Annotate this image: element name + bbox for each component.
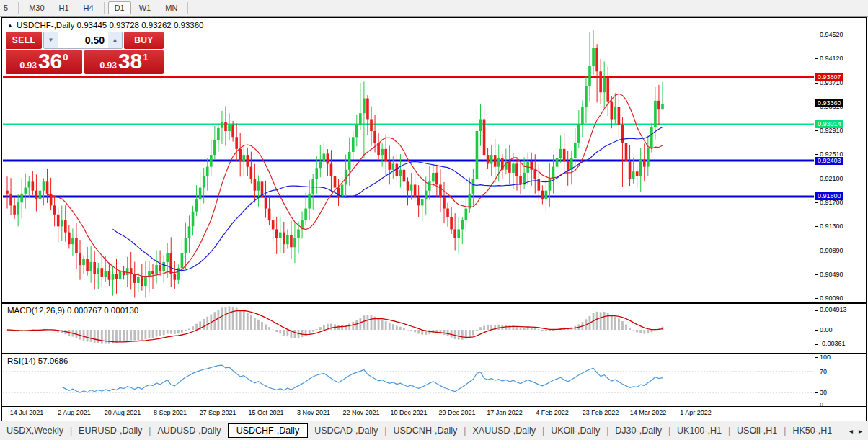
date-tick-label: 23 Feb 2022 — [583, 409, 619, 416]
chart-tab-usdx-weekly[interactable]: USDX,Weekly — [0, 424, 70, 437]
toolbar-separator — [187, 2, 188, 14]
timeframe-button-h4[interactable]: H4 — [77, 1, 100, 14]
price-tick-mark — [815, 226, 818, 227]
date-tick-label: 2 Aug 2021 — [58, 409, 91, 416]
price-level-marker: 0.93807 — [815, 73, 843, 81]
date-tick-label: 3 Nov 2021 — [297, 409, 330, 416]
chart-tab-bar: USDX,Weekly|EURUSD-,Daily|AUDUSD-,DailyU… — [0, 421, 868, 440]
buy-button[interactable]: BUY — [124, 32, 164, 49]
tab-scroll-right-icon[interactable]: ▸ — [859, 427, 862, 435]
sell-button[interactable]: SELL — [6, 32, 42, 49]
chart-tab-usdcnh-daily[interactable]: USDCNH-,Daily — [386, 424, 464, 437]
chart-header: ▲ USDCHF-,Daily 0.93445 0.93728 0.93262 … — [7, 21, 203, 30]
buy-price-prefix: 0.93 — [100, 60, 117, 71]
rsi-indicator-canvas[interactable] — [2, 355, 815, 406]
rsi-tick-mark — [815, 357, 818, 358]
rsi-label: RSI(14) 57.0686 — [7, 356, 68, 365]
rsi-tick-label: 70 — [820, 369, 827, 375]
chart-tab-ukoil-daily[interactable]: UKOil-,Daily — [544, 424, 606, 437]
timeframe-button-h1[interactable]: H1 — [53, 1, 76, 14]
price-tick-mark — [815, 58, 818, 59]
buy-price-big: 38 — [118, 50, 142, 72]
price-tick-mark — [815, 154, 818, 155]
macd-tick-label: 0.004913 — [820, 307, 847, 313]
price-tick-label: 0.94120 — [820, 55, 843, 62]
price-level-marker: 0.92403 — [815, 157, 843, 165]
rsi-tick-mark — [815, 372, 818, 372]
rsi-tick-mark — [815, 392, 818, 393]
date-tick-label: 17 Jan 2022 — [487, 409, 523, 416]
macd-tick-mark — [815, 330, 818, 331]
date-tick-label: 8 Sep 2021 — [154, 409, 187, 416]
price-tick-mark — [815, 274, 818, 275]
date-tick-label: 4 Feb 2022 — [536, 409, 569, 416]
date-tick-label: 15 Oct 2021 — [248, 409, 283, 416]
toolbar-separator — [104, 2, 105, 14]
chart-tab-usoil-h1[interactable]: USOil-,H1 — [730, 424, 784, 437]
one-click-trade-panel: SELL ▼ ▲ BUY 0.93 36 0 0.93 38 1 — [6, 32, 164, 74]
macd-tick-label: -0.00361 — [820, 341, 846, 347]
buy-price-box[interactable]: 0.93 38 1 — [84, 50, 164, 74]
timeframe-button-m30[interactable]: M30 — [22, 1, 50, 14]
volume-increase-icon[interactable]: ▲ — [108, 32, 122, 48]
date-tick-label: 27 Sep 2021 — [199, 409, 236, 416]
chart-tab-hk50-h1[interactable]: HK50-,H1 — [786, 424, 838, 437]
macd-tick-mark — [815, 344, 818, 345]
timeframe-button-w1[interactable]: W1 — [133, 1, 158, 14]
date-tick-label: 10 Dec 2021 — [390, 409, 427, 416]
price-tick-mark — [815, 130, 818, 131]
chart-title-ohlc: USDCHF-,Daily 0.93445 0.93728 0.93262 0.… — [17, 21, 204, 30]
chart-tab-uk100-h1[interactable]: UK100-,H1 — [670, 424, 728, 437]
volume-decrease-icon[interactable]: ▼ — [44, 32, 58, 48]
sell-price-prefix: 0.93 — [20, 60, 37, 71]
price-tick-label: 0.90890 — [820, 248, 843, 254]
pane-separator-rsi — [1, 353, 867, 354]
sell-price-big: 36 — [38, 50, 62, 72]
collapse-panel-icon[interactable]: ▲ — [7, 22, 13, 29]
buy-price-pip: 1 — [143, 52, 148, 63]
rsi-tick-label: 100 — [820, 354, 831, 361]
price-tick-label: 0.92910 — [820, 127, 843, 134]
tab-scroll-nav: ◂▸ — [849, 427, 868, 435]
price-tick-mark — [815, 298, 818, 299]
chart-tab-audusd-daily[interactable]: AUDUSD-,Daily — [151, 424, 227, 437]
price-tick-mark — [815, 179, 818, 179]
macd-tick-label: 0.00 — [820, 327, 833, 333]
pane-separator-macd — [1, 302, 867, 304]
sell-price-pip: 0 — [63, 52, 68, 63]
price-tick-mark — [815, 83, 818, 84]
price-tick-mark — [815, 251, 818, 251]
pane-separator-dates — [1, 406, 867, 407]
price-level-marker: 0.93014 — [815, 120, 843, 128]
toolbar-separator — [18, 2, 19, 14]
timeframe-button-mn[interactable]: MN — [159, 1, 184, 14]
price-tick-label: 0.91300 — [820, 223, 843, 230]
date-tick-label: 1 Apr 2022 — [680, 409, 712, 416]
date-tick-label: 20 Aug 2021 — [105, 409, 141, 416]
date-tick-label: 29 Dec 2021 — [438, 409, 475, 416]
price-tick-label: 0.90090 — [820, 295, 843, 302]
price-tick-label: 0.90490 — [820, 271, 843, 278]
chart-tab-xauusd-daily[interactable]: XAUUSD-,Daily — [466, 424, 542, 437]
price-tick-label: 0.91700 — [820, 199, 843, 206]
timeframe-button-5[interactable]: 5 — [0, 1, 14, 14]
date-tick-label: 14 Mar 2022 — [630, 409, 667, 416]
rsi-tick-label: 0 — [820, 402, 823, 408]
sell-price-box[interactable]: 0.93 36 0 — [6, 50, 82, 74]
chart-tab-usdcad-daily[interactable]: USDCAD-,Daily — [308, 424, 384, 437]
price-tick-label: 0.94520 — [820, 32, 843, 38]
volume-input[interactable] — [58, 32, 108, 48]
macd-label: MACD(12,26,9) 0.000767 0.000130 — [7, 306, 138, 315]
price-tick-mark — [815, 202, 818, 203]
date-tick-label: 22 Nov 2021 — [342, 409, 379, 416]
trading-terminal-window: 5M30H1H4D1W1MN ▲ USDCHF-,Daily 0.93445 0… — [0, 0, 868, 440]
tab-scroll-left-icon[interactable]: ◂ — [849, 427, 853, 435]
chart-tab-eurusd-daily[interactable]: EURUSD-,Daily — [72, 424, 149, 437]
timeframe-button-d1[interactable]: D1 — [108, 1, 131, 14]
chart-tab-dj30-daily[interactable]: DJ30-,Daily — [608, 424, 668, 437]
chart-tab-usdchf-daily[interactable]: USDCHF-,Daily — [228, 423, 309, 438]
rsi-tick-mark — [815, 405, 818, 405]
timeframe-toolbar: 5M30H1H4D1W1MN — [0, 0, 868, 17]
date-tick-label: 14 Jul 2021 — [10, 409, 44, 416]
price-tick-mark — [815, 35, 818, 35]
